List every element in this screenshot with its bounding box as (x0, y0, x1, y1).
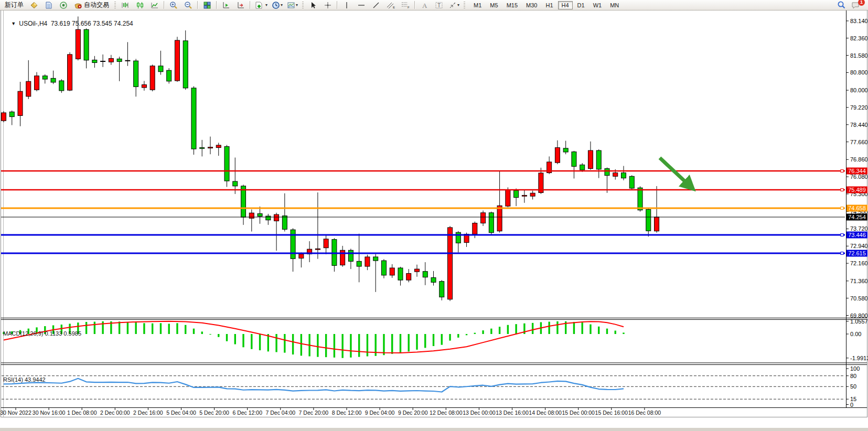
timeframe-toolbar: M1M5M15M30H1H4D1W1MN (469, 1, 623, 9)
candle-body (42, 76, 47, 79)
candle-body (489, 213, 494, 233)
zoom-out-icon[interactable] (181, 0, 195, 10)
svg-text:T: T (437, 3, 441, 8)
candle-body (629, 176, 634, 188)
candle-body (613, 173, 618, 177)
candle-body (249, 213, 254, 218)
timeframe-H1[interactable]: H1 (542, 1, 556, 9)
timeframe-MN[interactable]: MN (606, 1, 623, 9)
svg-text:72.615: 72.615 (848, 250, 866, 256)
candle-body (655, 217, 659, 231)
candle-body (415, 269, 420, 272)
svg-text:12 Dec 08:00: 12 Dec 08:00 (430, 410, 463, 416)
tile-windows-icon[interactable] (200, 0, 214, 10)
timeframe-M15[interactable]: M15 (503, 1, 521, 9)
chart-shift-icon[interactable] (234, 0, 248, 10)
fibonacci-icon[interactable]: F (399, 0, 412, 10)
svg-text:0.00: 0.00 (850, 331, 861, 337)
toolbar-separator (164, 1, 165, 9)
candle-body (357, 261, 361, 266)
toolbar-separator (337, 1, 338, 9)
timeframe-W1[interactable]: W1 (590, 1, 606, 9)
autotrade-icon (74, 1, 82, 9)
text-icon[interactable]: A (417, 0, 431, 10)
crosshair-icon[interactable] (321, 0, 335, 10)
horizontal-line-icon[interactable] (355, 0, 368, 10)
candle-body (596, 150, 601, 169)
candle-body (18, 91, 23, 115)
candle-body (109, 58, 113, 62)
candle-body (158, 66, 163, 72)
candle-body (200, 148, 205, 149)
svg-text:13 Dec 16:00: 13 Dec 16:00 (496, 410, 529, 416)
trendline-icon[interactable] (369, 0, 383, 10)
candle-body (555, 148, 560, 163)
svg-text:2 Dec 16:00: 2 Dec 16:00 (133, 410, 163, 416)
svg-text:73.720: 73.720 (850, 225, 868, 232)
svg-text:80: 80 (850, 373, 856, 379)
candle-body (59, 81, 64, 91)
timeframe-H4[interactable]: H4 (558, 1, 573, 9)
window-bottom-edge (0, 428, 868, 431)
candle-body (406, 274, 411, 281)
candle-body (448, 228, 453, 299)
auto-scroll-icon[interactable] (219, 0, 233, 10)
candle-body (563, 148, 568, 152)
bar-chart-icon[interactable] (119, 0, 132, 10)
candle-body (381, 261, 386, 275)
svg-text:14 Dec 08:00: 14 Dec 08:00 (529, 410, 562, 416)
cursor-icon[interactable] (306, 0, 320, 10)
search-icon[interactable] (834, 0, 848, 10)
svg-text:79.220: 79.220 (850, 104, 868, 111)
toolbar-separator (197, 1, 198, 9)
candle-body (266, 216, 271, 220)
symbols-icon[interactable] (27, 0, 41, 10)
candle-body (638, 188, 642, 210)
svg-text:80.000: 80.000 (850, 87, 868, 93)
new-order-button[interactable]: 新订单 (2, 1, 26, 10)
toolbar-grip (302, 2, 304, 9)
candle-body (101, 61, 105, 62)
candlestick-chart-icon[interactable] (133, 0, 147, 10)
svg-text:50: 50 (850, 383, 856, 390)
svg-text:15 Dec 16:00: 15 Dec 16:00 (595, 410, 628, 416)
svg-text:100: 100 (850, 365, 860, 372)
svg-text:76.344: 76.344 (848, 168, 866, 174)
svg-text:75.489: 75.489 (848, 187, 866, 193)
candle-body (605, 169, 609, 176)
timeframe-M1[interactable]: M1 (470, 1, 485, 9)
timeframe-M5[interactable]: M5 (486, 1, 501, 9)
strategy-tester-icon[interactable] (57, 0, 70, 10)
collapse-triangle-icon[interactable]: ▼ (11, 21, 16, 26)
candle-body (233, 181, 238, 186)
chart-canvas[interactable]: 83.94083.14082.36081.58080.80080.00079.2… (0, 0, 868, 421)
timeframe-D1[interactable]: D1 (574, 1, 588, 9)
data-window-icon[interactable] (42, 0, 56, 10)
svg-text:7 Dec 20:00: 7 Dec 20:00 (299, 410, 329, 416)
candle-body (191, 88, 196, 149)
candle-body (175, 40, 179, 81)
candle-body (241, 186, 246, 217)
period-icon[interactable]: ▾ (270, 0, 284, 10)
new-chart-icon[interactable]: ▾ (253, 0, 269, 10)
candle-body (522, 195, 527, 196)
svg-text:8 Dec 12:00: 8 Dec 12:00 (332, 410, 362, 416)
candle-body (514, 190, 519, 197)
candle-body (92, 60, 97, 62)
notifications-icon[interactable]: 1 (849, 0, 863, 10)
timeframe-M30[interactable]: M30 (522, 1, 541, 9)
candle-body (588, 150, 593, 169)
autotrade-button[interactable]: 自动交易 (71, 1, 112, 10)
arrows-icon[interactable]: ▾ (447, 0, 461, 10)
svg-text:74.254: 74.254 (848, 214, 866, 220)
zoom-in-icon[interactable] (167, 0, 180, 10)
vertical-line-icon[interactable] (340, 0, 353, 10)
toolbar-right: 1 (834, 0, 866, 10)
candle-body (431, 278, 436, 283)
text-label-icon[interactable]: T (432, 0, 446, 10)
channel-icon[interactable]: E (384, 0, 398, 10)
template-icon[interactable]: ▾ (285, 0, 299, 10)
candle-body (258, 213, 262, 216)
line-chart-icon[interactable] (148, 0, 162, 10)
candle-body (2, 113, 6, 121)
